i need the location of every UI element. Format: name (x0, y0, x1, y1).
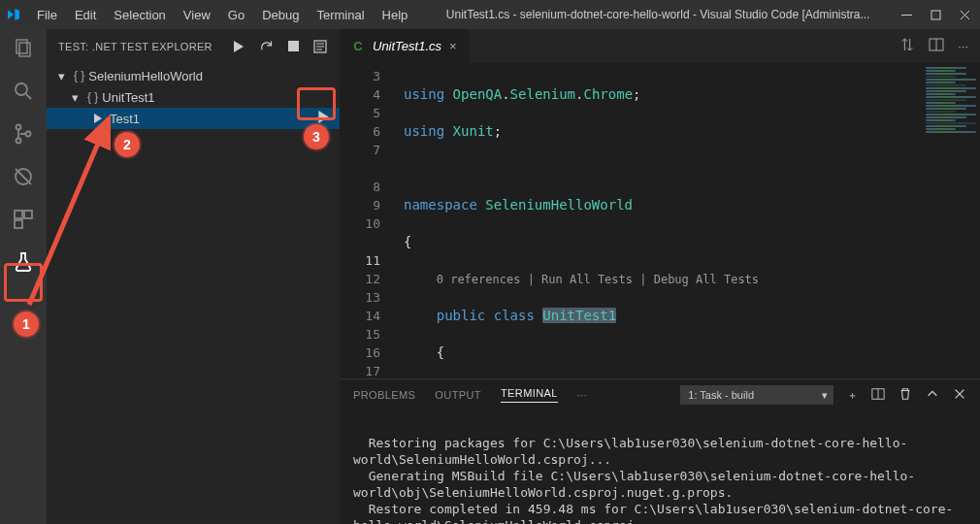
maximize-panel-icon[interactable] (926, 387, 939, 403)
close-icon[interactable] (959, 9, 970, 20)
kill-terminal-icon[interactable] (898, 387, 912, 403)
minimap[interactable] (922, 63, 980, 378)
tree-class-label: UnitTest1 (102, 90, 154, 105)
svg-line-16 (29, 118, 109, 305)
split-editor-icon[interactable] (929, 37, 944, 55)
svg-rect-0 (901, 15, 912, 16)
search-icon[interactable] (12, 80, 35, 103)
annotation-badge-1: 1 (14, 311, 39, 337)
menu-edit[interactable]: Edit (67, 4, 104, 26)
show-log-icon[interactable] (312, 39, 328, 54)
panel-tab-terminal[interactable]: TERMINAL (501, 387, 558, 403)
menu-terminal[interactable]: Terminal (309, 4, 372, 26)
svg-rect-3 (19, 43, 30, 56)
code-editor[interactable]: using OpenQA.Selenium.Chrome; using Xuni… (394, 63, 922, 378)
terminal-output[interactable]: Restoring packages for C:\Users\lab1user… (340, 410, 980, 524)
svg-rect-2 (16, 40, 27, 53)
refresh-icon[interactable] (258, 39, 274, 54)
svg-rect-12 (288, 41, 299, 51)
menu-debug[interactable]: Debug (254, 4, 307, 26)
stop-icon[interactable] (285, 39, 301, 54)
tab-close-icon[interactable]: × (449, 39, 457, 53)
terminal-panel: PROBLEMS OUTPUT TERMINAL ··· 1: Task - b… (340, 378, 980, 524)
tree-root[interactable]: ▾{ }SeleniumHelloWorld (47, 65, 340, 86)
chevron-down-icon: ▾ (822, 389, 828, 402)
svg-rect-1 (931, 11, 940, 19)
menu-file[interactable]: File (29, 4, 65, 26)
terminal-select-label: 1: Task - build (688, 389, 754, 401)
maximize-icon[interactable] (930, 9, 941, 20)
tab-unittest1[interactable]: C UnitTest1.cs × (340, 29, 470, 63)
editor-tabs: C UnitTest1.cs × ··· (340, 29, 980, 63)
line-gutter: 3 4 5 6 7 8 9 10 11 12 13 14 15 16 17 (340, 63, 394, 378)
close-panel-icon[interactable] (953, 387, 966, 403)
panel-tab-output[interactable]: OUTPUT (435, 389, 481, 401)
tree-root-label: SeleniumHelloWorld (88, 69, 203, 83)
menu-help[interactable]: Help (375, 4, 416, 26)
csharp-file-icon: C (351, 40, 365, 53)
new-terminal-icon[interactable]: ＋ (847, 388, 858, 403)
tab-label: UnitTest1.cs (373, 39, 441, 53)
split-terminal-icon[interactable] (871, 387, 885, 403)
menu-go[interactable]: Go (220, 4, 252, 26)
compare-icon[interactable] (899, 37, 915, 55)
sidebar-title: TEST: .NET TEST EXPLORER (58, 41, 212, 52)
run-all-icon[interactable] (231, 39, 246, 54)
annotation-badge-3: 3 (304, 124, 329, 149)
title-bar: File Edit Selection View Go Debug Termin… (0, 0, 980, 29)
annotation-arrow (19, 111, 126, 314)
window-controls (900, 9, 974, 20)
editor-group: C UnitTest1.cs × ··· 3 4 5 6 7 8 9 10 (340, 29, 980, 524)
annotation-box-3 (297, 87, 336, 120)
annotation-badge-2: 2 (114, 132, 140, 157)
panel-tab-problems[interactable]: PROBLEMS (353, 389, 415, 401)
menu-selection[interactable]: Selection (106, 4, 173, 26)
window-title: UnitTest1.cs - selenium-dotnet-core-hell… (415, 8, 900, 21)
panel-tab-more[interactable]: ··· (577, 389, 587, 401)
tree-class[interactable]: ▾{ }UnitTest1 (47, 86, 340, 108)
menu-bar: File Edit Selection View Go Debug Termin… (29, 4, 415, 26)
explorer-icon[interactable] (12, 37, 35, 60)
more-actions-icon[interactable]: ··· (958, 39, 968, 53)
minimize-icon[interactable] (900, 9, 912, 20)
terminal-select[interactable]: 1: Task - build ▾ (680, 385, 833, 405)
menu-view[interactable]: View (176, 4, 218, 26)
vscode-logo-icon (6, 7, 21, 22)
svg-point-4 (16, 83, 27, 95)
